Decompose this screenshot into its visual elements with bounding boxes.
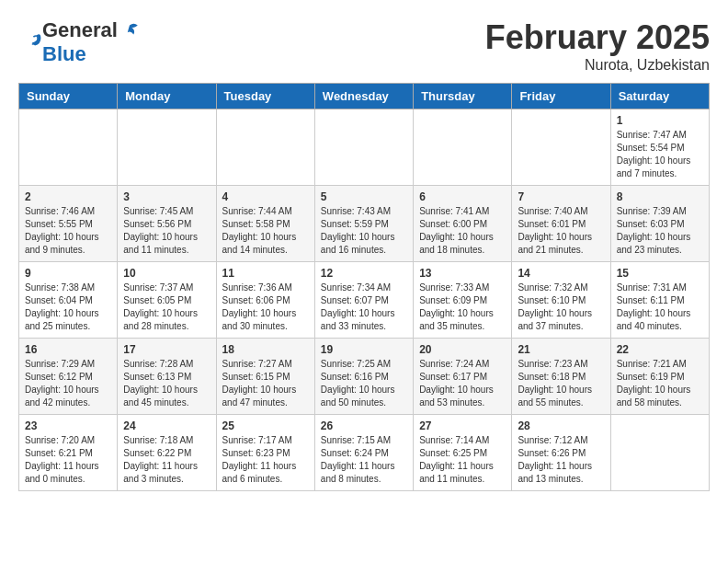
calendar-cell: 20Sunrise: 7:24 AM Sunset: 6:17 PM Dayli… — [414, 339, 512, 415]
calendar-week-row: 23Sunrise: 7:20 AM Sunset: 6:21 PM Dayli… — [19, 415, 710, 491]
day-number: 20 — [419, 343, 506, 356]
calendar-cell: 28Sunrise: 7:12 AM Sunset: 6:26 PM Dayli… — [512, 415, 610, 491]
calendar-cell: 25Sunrise: 7:17 AM Sunset: 6:23 PM Dayli… — [216, 415, 314, 491]
day-info: Sunrise: 7:39 AM Sunset: 6:03 PM Dayligh… — [617, 205, 703, 257]
calendar-cell: 26Sunrise: 7:15 AM Sunset: 6:24 PM Dayli… — [314, 415, 413, 491]
day-info: Sunrise: 7:47 AM Sunset: 5:54 PM Dayligh… — [617, 129, 703, 180]
calendar-cell: 27Sunrise: 7:14 AM Sunset: 6:25 PM Dayli… — [414, 415, 512, 491]
calendar-cell: 2Sunrise: 7:46 AM Sunset: 5:55 PM Daylig… — [19, 186, 118, 262]
calendar-cell: 11Sunrise: 7:36 AM Sunset: 6:06 PM Dayli… — [216, 262, 314, 339]
calendar-day-header: Friday — [512, 84, 610, 109]
calendar-day-header: Saturday — [610, 84, 709, 109]
calendar-day-header: Wednesday — [314, 84, 413, 109]
day-number: 8 — [617, 190, 703, 203]
day-info: Sunrise: 7:46 AM Sunset: 5:55 PM Dayligh… — [25, 205, 111, 257]
calendar-cell — [414, 109, 512, 186]
day-number: 3 — [123, 190, 210, 203]
day-info: Sunrise: 7:31 AM Sunset: 6:11 PM Dayligh… — [617, 282, 703, 333]
day-info: Sunrise: 7:41 AM Sunset: 6:00 PM Dayligh… — [419, 205, 506, 257]
calendar-cell: 15Sunrise: 7:31 AM Sunset: 6:11 PM Dayli… — [610, 262, 709, 339]
day-info: Sunrise: 7:25 AM Sunset: 6:16 PM Dayligh… — [321, 358, 407, 409]
day-number: 2 — [25, 190, 111, 203]
title-block: February 2025 Nurota, Uzbekistan — [485, 18, 710, 74]
day-number: 21 — [518, 343, 604, 356]
day-number: 17 — [123, 343, 210, 356]
calendar-cell: 16Sunrise: 7:29 AM Sunset: 6:12 PM Dayli… — [19, 339, 118, 415]
calendar-day-header: Sunday — [19, 84, 118, 109]
calendar-header-row: SundayMondayTuesdayWednesdayThursdayFrid… — [19, 84, 710, 109]
calendar-cell — [512, 109, 610, 186]
day-number: 19 — [321, 343, 407, 356]
day-number: 27 — [419, 419, 506, 432]
day-number: 13 — [419, 267, 506, 280]
calendar-cell: 21Sunrise: 7:23 AM Sunset: 6:18 PM Dayli… — [512, 339, 610, 415]
day-info: Sunrise: 7:43 AM Sunset: 5:59 PM Dayligh… — [321, 205, 407, 257]
day-info: Sunrise: 7:12 AM Sunset: 6:26 PM Dayligh… — [518, 434, 604, 486]
day-info: Sunrise: 7:37 AM Sunset: 6:05 PM Dayligh… — [123, 282, 210, 333]
day-number: 11 — [222, 267, 309, 280]
calendar-week-row: 1Sunrise: 7:47 AM Sunset: 5:54 PM Daylig… — [19, 109, 710, 186]
day-info: Sunrise: 7:14 AM Sunset: 6:25 PM Dayligh… — [419, 434, 506, 486]
calendar-cell: 8Sunrise: 7:39 AM Sunset: 6:03 PM Daylig… — [610, 186, 709, 262]
calendar-cell: 1Sunrise: 7:47 AM Sunset: 5:54 PM Daylig… — [610, 109, 709, 186]
calendar-cell: 6Sunrise: 7:41 AM Sunset: 6:00 PM Daylig… — [414, 186, 512, 262]
calendar-cell: 5Sunrise: 7:43 AM Sunset: 5:59 PM Daylig… — [314, 186, 413, 262]
calendar-cell — [118, 109, 216, 186]
day-info: Sunrise: 7:27 AM Sunset: 6:15 PM Dayligh… — [222, 358, 309, 409]
day-number: 14 — [518, 267, 604, 280]
day-info: Sunrise: 7:34 AM Sunset: 6:07 PM Dayligh… — [321, 282, 407, 333]
calendar-cell: 7Sunrise: 7:40 AM Sunset: 6:01 PM Daylig… — [512, 186, 610, 262]
day-number: 25 — [222, 419, 309, 432]
calendar-cell — [216, 109, 314, 186]
day-number: 9 — [25, 267, 111, 280]
day-info: Sunrise: 7:29 AM Sunset: 6:12 PM Dayligh… — [25, 358, 111, 409]
day-info: Sunrise: 7:21 AM Sunset: 6:19 PM Dayligh… — [617, 358, 703, 409]
day-number: 6 — [419, 190, 506, 203]
day-info: Sunrise: 7:45 AM Sunset: 5:56 PM Dayligh… — [123, 205, 210, 257]
logo: General Blue — [18, 18, 140, 66]
calendar-cell: 24Sunrise: 7:18 AM Sunset: 6:22 PM Dayli… — [118, 415, 216, 491]
day-info: Sunrise: 7:20 AM Sunset: 6:21 PM Dayligh… — [25, 434, 111, 486]
logo-general: General — [42, 18, 118, 42]
location: Nurota, Uzbekistan — [485, 57, 710, 74]
day-info: Sunrise: 7:23 AM Sunset: 6:18 PM Dayligh… — [518, 358, 604, 409]
day-number: 10 — [123, 267, 210, 280]
page-header: General Blue February 2025 Nurota, Uzbek… — [18, 18, 710, 74]
logo-bird-icon — [119, 20, 140, 40]
day-info: Sunrise: 7:33 AM Sunset: 6:09 PM Dayligh… — [419, 282, 506, 333]
day-number: 12 — [321, 267, 407, 280]
day-number: 16 — [25, 343, 111, 356]
calendar-cell — [314, 109, 413, 186]
day-number: 5 — [321, 190, 407, 203]
day-info: Sunrise: 7:18 AM Sunset: 6:22 PM Dayligh… — [123, 434, 210, 486]
day-info: Sunrise: 7:32 AM Sunset: 6:10 PM Dayligh… — [518, 282, 604, 333]
day-number: 23 — [25, 419, 111, 432]
calendar-cell: 4Sunrise: 7:44 AM Sunset: 5:58 PM Daylig… — [216, 186, 314, 262]
calendar-cell: 18Sunrise: 7:27 AM Sunset: 6:15 PM Dayli… — [216, 339, 314, 415]
logo-blue: Blue — [42, 42, 140, 66]
day-info: Sunrise: 7:40 AM Sunset: 6:01 PM Dayligh… — [518, 205, 604, 257]
logo-icon — [20, 29, 42, 52]
day-number: 22 — [617, 343, 703, 356]
month-title: February 2025 — [485, 18, 710, 57]
day-number: 4 — [222, 190, 309, 203]
calendar-cell: 23Sunrise: 7:20 AM Sunset: 6:21 PM Dayli… — [19, 415, 118, 491]
calendar-cell — [610, 415, 709, 491]
calendar-week-row: 16Sunrise: 7:29 AM Sunset: 6:12 PM Dayli… — [19, 339, 710, 415]
day-info: Sunrise: 7:24 AM Sunset: 6:17 PM Dayligh… — [419, 358, 506, 409]
calendar-cell — [19, 109, 118, 186]
calendar-day-header: Tuesday — [216, 84, 314, 109]
day-number: 26 — [321, 419, 407, 432]
calendar-cell: 19Sunrise: 7:25 AM Sunset: 6:16 PM Dayli… — [314, 339, 413, 415]
calendar-cell: 3Sunrise: 7:45 AM Sunset: 5:56 PM Daylig… — [118, 186, 216, 262]
calendar-week-row: 9Sunrise: 7:38 AM Sunset: 6:04 PM Daylig… — [19, 262, 710, 339]
day-number: 28 — [518, 419, 604, 432]
day-info: Sunrise: 7:28 AM Sunset: 6:13 PM Dayligh… — [123, 358, 210, 409]
day-number: 1 — [617, 114, 703, 127]
calendar-week-row: 2Sunrise: 7:46 AM Sunset: 5:55 PM Daylig… — [19, 186, 710, 262]
day-info: Sunrise: 7:36 AM Sunset: 6:06 PM Dayligh… — [222, 282, 309, 333]
calendar-table: SundayMondayTuesdayWednesdayThursdayFrid… — [18, 83, 710, 491]
day-info: Sunrise: 7:44 AM Sunset: 5:58 PM Dayligh… — [222, 205, 309, 257]
calendar-cell: 13Sunrise: 7:33 AM Sunset: 6:09 PM Dayli… — [414, 262, 512, 339]
calendar-cell: 14Sunrise: 7:32 AM Sunset: 6:10 PM Dayli… — [512, 262, 610, 339]
